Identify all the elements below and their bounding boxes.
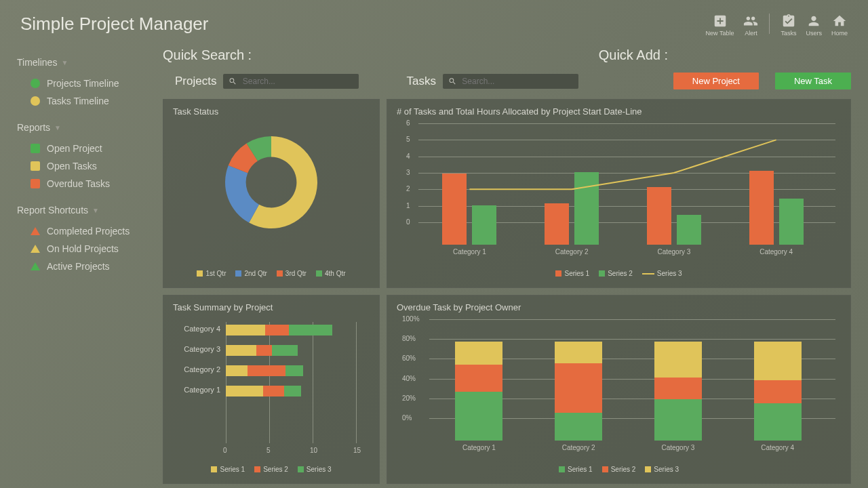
tasks-icon bbox=[781, 14, 796, 28]
new-table-icon bbox=[713, 14, 728, 28]
sidebar-item-open-tasks[interactable]: Open Tasks bbox=[17, 157, 163, 175]
card-title: # of Tasks and Total Hours Allocated by … bbox=[397, 106, 841, 117]
sidebar-item-projects-timeline[interactable]: Projects Timeline bbox=[17, 75, 163, 92]
stacked-col-chart: Series 1 Series 2 Series 3 0%20%40%60%80… bbox=[397, 318, 841, 476]
triangle-marker bbox=[31, 262, 40, 270]
sidebar-item-tasks-timeline[interactable]: Tasks Timeline bbox=[17, 92, 163, 110]
card-task-status: Task Status 1st Qtr 2nd Qtr 3rd Qtr 4th … bbox=[163, 99, 380, 288]
tasks-label: Tasks bbox=[406, 75, 435, 88]
app-title: Simple Project Manager bbox=[20, 14, 208, 35]
sidebar-item-open-project[interactable]: Open Project bbox=[17, 140, 163, 157]
sidebar-title-shortcuts[interactable]: Report Shortcuts▼ bbox=[17, 205, 163, 216]
header: Simple Project Manager New Table Alert T… bbox=[0, 0, 868, 43]
quick-search-label: Quick Search : bbox=[163, 47, 252, 63]
sidebar: Timelines▼ Projects Timeline Tasks Timel… bbox=[17, 43, 163, 484]
content: Quick Search : Quick Add : Projects Task… bbox=[163, 43, 851, 484]
chart-grid: Task Status 1st Qtr 2nd Qtr 3rd Qtr 4th … bbox=[163, 99, 851, 484]
projects-search-box[interactable] bbox=[223, 74, 359, 89]
hbar-legend: Series 1 Series 2 Series 3 bbox=[173, 466, 370, 473]
tasks-search-input[interactable] bbox=[462, 77, 573, 86]
chevron-down-icon: ▼ bbox=[61, 59, 68, 66]
card-tasks-hours: # of Tasks and Total Hours Allocated by … bbox=[387, 99, 851, 288]
sidebar-group-shortcuts: Report Shortcuts▼ Completed Projects On … bbox=[17, 205, 163, 275]
sidebar-group-timelines: Timelines▼ Projects Timeline Tasks Timel… bbox=[17, 57, 163, 110]
new-project-button[interactable]: New Project bbox=[673, 73, 759, 89]
sidebar-item-active-projects[interactable]: Active Projects bbox=[17, 258, 163, 275]
sidebar-title-reports[interactable]: Reports▼ bbox=[17, 122, 163, 133]
square-marker bbox=[31, 161, 40, 171]
tasks-button[interactable]: Tasks bbox=[781, 14, 796, 37]
card-task-summary: Task Summary by Project Series 1 Series … bbox=[163, 295, 380, 484]
bar-line-chart: Series 1 Series 2 Series 3 0123456Catego… bbox=[397, 122, 841, 280]
sidebar-item-overdue-tasks[interactable]: Overdue Tasks bbox=[17, 175, 163, 192]
header-divider bbox=[769, 14, 770, 34]
card-title: Task Summary by Project bbox=[173, 302, 370, 312]
card-overdue: Overdue Task by Project Owner Series 1 S… bbox=[387, 295, 851, 484]
search-icon bbox=[448, 77, 456, 86]
sidebar-group-reports: Reports▼ Open Project Open Tasks Overdue… bbox=[17, 122, 163, 192]
barline-legend: Series 1 Series 2 Series 3 bbox=[397, 270, 841, 277]
toprow: Quick Search : Quick Add : bbox=[163, 43, 851, 73]
triangle-marker bbox=[31, 245, 40, 253]
alert-button[interactable]: Alert bbox=[743, 14, 758, 37]
new-task-button[interactable]: New Task bbox=[775, 73, 851, 89]
toprow-controls: Projects Tasks New Project New Task bbox=[163, 73, 851, 99]
home-button[interactable]: Home bbox=[831, 14, 848, 37]
search-icon bbox=[229, 77, 237, 86]
card-title: Overdue Task by Project Owner bbox=[397, 302, 841, 312]
alert-icon bbox=[743, 14, 758, 28]
hbar-chart: Series 1 Series 2 Series 3 051015Categor… bbox=[173, 318, 370, 476]
home-icon bbox=[832, 14, 847, 28]
donut-svg bbox=[214, 125, 329, 240]
tasks-search-box[interactable] bbox=[443, 74, 578, 89]
header-icons: New Table Alert Tasks Users Home bbox=[706, 14, 848, 37]
square-marker bbox=[31, 179, 40, 188]
triangle-marker bbox=[31, 227, 40, 235]
sidebar-title-timelines[interactable]: Timelines▼ bbox=[17, 57, 163, 68]
donut-legend: 1st Qtr 2nd Qtr 3rd Qtr 4th Qtr bbox=[173, 270, 370, 277]
projects-label: Projects bbox=[175, 75, 216, 88]
users-icon bbox=[806, 14, 821, 28]
scol-legend: Series 1 Series 2 Series 3 bbox=[397, 466, 841, 473]
new-table-button[interactable]: New Table bbox=[706, 14, 734, 37]
square-marker bbox=[31, 144, 40, 153]
circle-marker bbox=[31, 96, 40, 106]
card-title: Task Status bbox=[173, 106, 370, 117]
sidebar-item-onhold-projects[interactable]: On Hold Projects bbox=[17, 240, 163, 258]
sidebar-item-completed-projects[interactable]: Completed Projects bbox=[17, 222, 163, 240]
chevron-down-icon: ▼ bbox=[54, 124, 61, 131]
users-button[interactable]: Users bbox=[806, 14, 822, 37]
quick-add-label: Quick Add : bbox=[599, 47, 668, 63]
circle-marker bbox=[31, 79, 40, 88]
projects-search-input[interactable] bbox=[243, 77, 354, 86]
donut-chart: 1st Qtr 2nd Qtr 3rd Qtr 4th Qtr bbox=[173, 122, 370, 280]
chevron-down-icon: ▼ bbox=[92, 207, 99, 214]
